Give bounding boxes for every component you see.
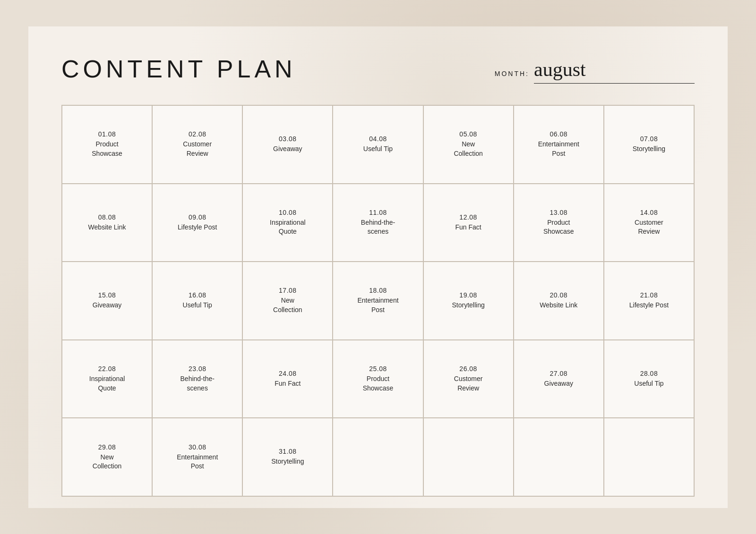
cell-date: 16.08: [189, 291, 206, 299]
cell-content: Inspirational Quote: [270, 218, 306, 237]
cell-content: New Collection: [454, 140, 482, 158]
cell-date: 19.08: [459, 291, 477, 299]
calendar-cell: 04.08Useful Tip: [333, 105, 423, 184]
calendar-cell: 13.08Product Showcase: [514, 184, 604, 262]
cell-content: Customer Review: [454, 374, 483, 393]
cell-date: 24.08: [279, 370, 297, 377]
cell-content: Lifestyle Post: [178, 223, 217, 232]
calendar-cell: 10.08Inspirational Quote: [242, 184, 333, 262]
cell-content: Customer Review: [635, 218, 663, 237]
cell-date: 09.08: [189, 213, 206, 221]
calendar-cell: 09.08Lifestyle Post: [152, 184, 242, 262]
calendar-cell: 24.08Fun Fact: [242, 340, 333, 418]
calendar-cell: 21.08Lifestyle Post: [604, 262, 694, 340]
calendar-cell: 05.08New Collection: [423, 105, 514, 184]
calendar-cell: 08.08Website Link: [62, 184, 152, 262]
calendar-cell: [333, 418, 423, 496]
cell-date: 27.08: [550, 370, 568, 377]
calendar-cell: 26.08Customer Review: [423, 340, 514, 418]
calendar-cell: 25.08Product Showcase: [333, 340, 423, 418]
header: CONTENT PLAN MONTH: august: [61, 55, 695, 84]
calendar-cell: 12.08Fun Fact: [423, 184, 514, 262]
calendar-cell: 14.08Customer Review: [604, 184, 694, 262]
cell-date: 17.08: [279, 287, 297, 294]
calendar-cell: 01.08Product Showcase: [62, 105, 152, 184]
cell-content: Entertainment Post: [177, 453, 218, 471]
cell-content: Product Showcase: [92, 140, 122, 158]
cell-content: Storytelling: [452, 301, 485, 310]
calendar-cell: 03.08Giveaway: [242, 105, 333, 184]
calendar-cell: 23.08Behind-the- scenes: [152, 340, 242, 418]
cell-date: 31.08: [279, 448, 297, 455]
cell-content: Giveaway: [93, 301, 121, 310]
cell-content: Inspirational Quote: [89, 374, 125, 393]
calendar-cell: 15.08Giveaway: [62, 262, 152, 340]
cell-date: 08.08: [98, 213, 116, 221]
cell-date: 10.08: [279, 209, 297, 216]
cell-content: New Collection: [273, 296, 302, 314]
month-section: MONTH: august: [495, 55, 695, 84]
cell-content: Storytelling: [271, 457, 304, 466]
calendar-cell: 31.08Storytelling: [242, 418, 333, 496]
cell-date: 05.08: [459, 130, 477, 138]
cell-content: Giveaway: [544, 379, 573, 389]
cell-content: New Collection: [93, 453, 121, 471]
cell-content: Lifestyle Post: [629, 301, 669, 310]
cell-date: 02.08: [189, 130, 206, 138]
calendar-grid: 01.08Product Showcase02.08Customer Revie…: [61, 105, 695, 497]
cell-date: 11.08: [369, 209, 387, 216]
calendar-cell: 30.08Entertainment Post: [152, 418, 242, 496]
cell-date: 06.08: [550, 130, 568, 138]
cell-content: Storytelling: [633, 144, 665, 154]
calendar-cell: 17.08New Collection: [242, 262, 333, 340]
cell-content: Useful Tip: [363, 144, 393, 154]
calendar-cell: 11.08Behind-the- scenes: [333, 184, 423, 262]
cell-date: 26.08: [459, 365, 477, 373]
calendar-cell: 07.08Storytelling: [604, 105, 694, 184]
calendar-cell: 27.08Giveaway: [514, 340, 604, 418]
cell-date: 07.08: [640, 135, 658, 143]
calendar-cell: [514, 418, 604, 496]
calendar-cell: 20.08Website Link: [514, 262, 604, 340]
calendar-cell: 29.08New Collection: [62, 418, 152, 496]
cell-content: Behind-the- scenes: [361, 218, 395, 237]
cell-date: 14.08: [640, 209, 658, 216]
cell-content: Product Showcase: [363, 374, 394, 393]
cell-content: Website Link: [88, 223, 126, 232]
calendar-cell: 18.08Entertainment Post: [333, 262, 423, 340]
month-label: MONTH:: [495, 70, 529, 77]
cell-date: 04.08: [369, 135, 387, 143]
cell-date: 29.08: [98, 443, 116, 451]
cell-content: Useful Tip: [634, 379, 663, 389]
cell-date: 22.08: [98, 365, 116, 373]
cell-content: Giveaway: [273, 144, 302, 154]
cell-content: Behind-the- scenes: [180, 374, 215, 393]
cell-date: 01.08: [98, 130, 116, 138]
cell-date: 03.08: [279, 135, 297, 143]
cell-date: 18.08: [369, 287, 387, 294]
cell-content: Entertainment Post: [538, 140, 579, 158]
month-underline: [534, 83, 695, 84]
cell-content: Fun Fact: [275, 379, 301, 389]
calendar-cell: 02.08Customer Review: [152, 105, 242, 184]
cell-date: 21.08: [640, 291, 658, 299]
cell-content: Entertainment Post: [357, 296, 398, 314]
cell-content: Product Showcase: [543, 218, 574, 237]
cell-content: Fun Fact: [455, 223, 481, 232]
calendar-cell: [423, 418, 514, 496]
cell-date: 28.08: [640, 370, 658, 377]
calendar-cell: 06.08Entertainment Post: [514, 105, 604, 184]
cell-date: 30.08: [189, 443, 206, 451]
page-title: CONTENT PLAN: [61, 55, 296, 83]
calendar-cell: 16.08Useful Tip: [152, 262, 242, 340]
cell-date: 12.08: [459, 213, 477, 221]
cell-content: Website Link: [540, 301, 577, 310]
cell-date: 25.08: [369, 365, 387, 373]
cell-date: 20.08: [550, 291, 568, 299]
cell-date: 23.08: [189, 365, 206, 373]
month-value-wrapper: august: [534, 59, 695, 84]
cell-date: 13.08: [550, 209, 568, 216]
month-value: august: [534, 59, 666, 81]
cell-date: 15.08: [98, 291, 116, 299]
calendar-cell: 28.08Useful Tip: [604, 340, 694, 418]
